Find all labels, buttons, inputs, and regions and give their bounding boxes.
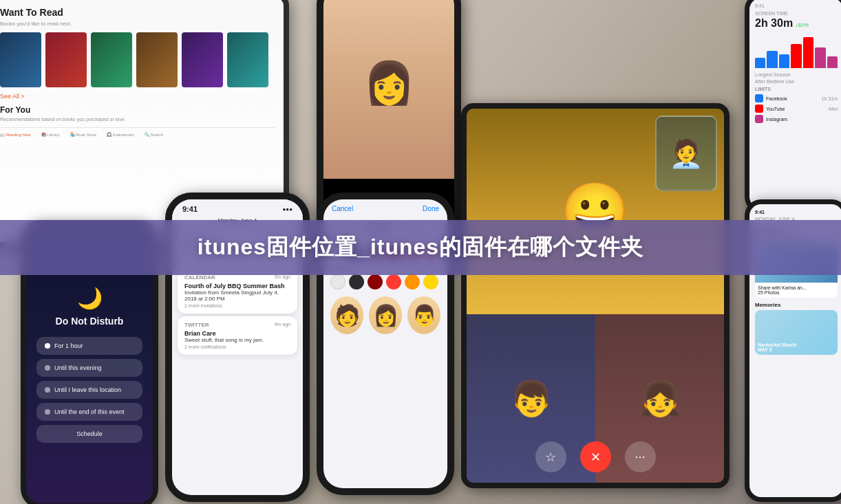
fy-share-with: Share with Karina an... 25 Photos [755, 283, 838, 298]
memoji-face-1: 🧑 [330, 296, 363, 334]
st-usage-chart [755, 34, 838, 68]
facebook-time: 1h 31m [822, 96, 838, 101]
msg-time: 9:41 [182, 205, 198, 213]
msg-preview-3: Sweet stuff, that song is my jam. [184, 337, 290, 343]
msg-sender-2: Fourth of July BBQ Summer Bash [184, 283, 290, 289]
st-bar-3 [803, 37, 813, 68]
book-1 [0, 32, 41, 87]
st-app-row-youtube: YouTube 44m [755, 105, 838, 113]
msg-status-bar: 9:41 ●●● [172, 199, 303, 216]
dnd-dot [45, 343, 50, 349]
dnd-options: For 1 hour Until this evening Until I le… [36, 337, 142, 443]
facetime-controls: ☆ ✕ ··· [467, 441, 724, 472]
lens-color-orange[interactable] [405, 274, 420, 289]
memoji-cancel-button[interactable]: Cancel [332, 205, 353, 212]
instagram-label: Instagram [766, 117, 787, 122]
book-6 [227, 32, 268, 87]
lens-color-red[interactable] [368, 274, 383, 289]
for-you-heading: For You [0, 105, 275, 115]
memoji-preview-area: 🧑 👩 👨 [323, 289, 447, 341]
fy-status-time: 9:41 [755, 210, 838, 215]
msg-app-name-3: TWITTER [184, 322, 209, 328]
dnd-title: Do Not Disturb [56, 316, 124, 327]
st-app-row-facebook: Facebook 1h 31m [755, 94, 838, 102]
st-app-row-instagram: Instagram [755, 115, 838, 123]
st-total-time: 2h 30m [755, 17, 793, 30]
lens-color-black[interactable] [349, 274, 364, 289]
lens-color-bright-red[interactable] [386, 274, 401, 289]
dnd-option-evening[interactable]: Until this evening [36, 359, 142, 377]
nav-book-store[interactable]: 🏪 Book Store [70, 132, 96, 137]
dnd-dot [45, 365, 50, 371]
msg-app-name-2: CALENDAR [184, 274, 215, 281]
memoji-done-button[interactable]: Done [423, 205, 439, 212]
memoji-header: Cancel Done [323, 199, 447, 218]
books-navbar: 📖 Reading Now 📚 Library 🏪 Book Store 🎧 A… [0, 127, 275, 137]
st-status-bar: 9:41 [755, 3, 838, 8]
dnd-dot [45, 409, 50, 415]
lens-color-none[interactable] [330, 274, 345, 289]
fy-memory-card[interactable]: Nantucket Beach MAY 5 [755, 310, 838, 355]
facetime-star-button[interactable]: ☆ [535, 441, 566, 472]
dnd-option-1-hour[interactable]: For 1 hour [36, 337, 142, 355]
msg-time-ago-3: 4m ago [275, 322, 290, 328]
msg-time-ago-2: 3m ago [275, 274, 290, 281]
moon-icon: 🌙 [77, 286, 103, 310]
memoji-face-2: 👩 [369, 296, 402, 334]
nav-search[interactable]: 🔍 Search [145, 132, 164, 137]
iphone-screen-time: 9:41 SCREEN TIME 2h 30m ↓82% Longest Ses… [745, 0, 841, 213]
st-apps-list: Facebook 1h 31m YouTube 44m Instagram [755, 94, 838, 123]
st-bar-instagram [815, 47, 825, 68]
dnd-option-event-end[interactable]: Until the end of this event [36, 403, 142, 421]
instagram-icon [755, 115, 763, 123]
lens-color-yellow[interactable] [423, 274, 438, 289]
books-header: Want To Read [0, 7, 275, 18]
book-5 [182, 32, 223, 87]
msg-preview-2: Invitation from Smeeta Singpuri July 4, … [184, 289, 290, 302]
st-total-time-row: 2h 30m ↓82% [755, 17, 838, 30]
limits-label: LIMITS [755, 87, 838, 91]
nav-library[interactable]: 📚 Library [41, 132, 60, 137]
dnd-option-location[interactable]: Until I leave this location [36, 381, 142, 399]
book-3 [91, 32, 132, 87]
facetime-pip: 🧑‍💼 [655, 116, 717, 191]
msg-notification-3: TWITTER 4m ago Brian Care Sweet stuff, t… [178, 316, 297, 355]
memoji-face-3: 👨 [407, 296, 440, 334]
longest-session-label: Longest Session [755, 72, 838, 77]
memoji-lens-options [323, 274, 447, 289]
st-bar-4 [827, 56, 838, 69]
overlay-banner: itunes固件位置_itunes的固件在哪个文件夹 [0, 220, 841, 275]
facebook-icon [755, 94, 763, 102]
msg-more-3: 2 more notifications [184, 344, 290, 349]
dnd-schedule-button[interactable]: Schedule [36, 425, 142, 443]
msg-notif-header-2: CALENDAR 3m ago [184, 274, 290, 281]
nav-audiobooks[interactable]: 🎧 Audiobooks [107, 132, 134, 137]
st-time-display: 9:41 [755, 3, 765, 8]
nav-reading-now[interactable]: 📖 Reading Now [0, 132, 31, 137]
facebook-label: Facebook [766, 96, 787, 101]
youtube-time: 44m [828, 107, 838, 111]
screen-time-screen: 9:41 SCREEN TIME 2h 30m ↓82% Longest Ses… [749, 0, 841, 208]
st-bar-2 [779, 54, 789, 68]
st-bar-facebook [755, 58, 765, 68]
banner-title: itunes固件位置_itunes的固件在哪个文件夹 [198, 232, 643, 263]
for-you-sub: Recommendations based on books you purch… [0, 117, 275, 122]
fy-memories-heading: Memories [755, 302, 838, 308]
msg-sender-3: Brian Care [184, 330, 290, 337]
facetime-end-button[interactable]: ✕ [580, 441, 611, 472]
fy-memory-info: Nantucket Beach MAY 5 [758, 342, 797, 352]
fy-memory-label: Nantucket Beach [758, 342, 797, 347]
facetime-more-button[interactable]: ··· [625, 441, 656, 472]
msg-notif-header-3: TWITTER 4m ago [184, 322, 290, 328]
youtube-icon [755, 105, 763, 113]
book-2 [45, 32, 87, 87]
after-bedtime-label: After Bedtime Use [755, 79, 838, 84]
st-percent-change: ↓82% [795, 22, 809, 28]
youtube-label: YouTube [766, 107, 785, 111]
see-all-link[interactable]: See All > [0, 93, 275, 100]
msg-notification-2: CALENDAR 3m ago Fourth of July BBQ Summe… [178, 269, 297, 314]
dnd-dot [45, 387, 50, 393]
fy-memory-date: MAY 5 [758, 347, 797, 352]
screen-time-label: SCREEN TIME [755, 11, 838, 16]
books-row [0, 32, 275, 87]
